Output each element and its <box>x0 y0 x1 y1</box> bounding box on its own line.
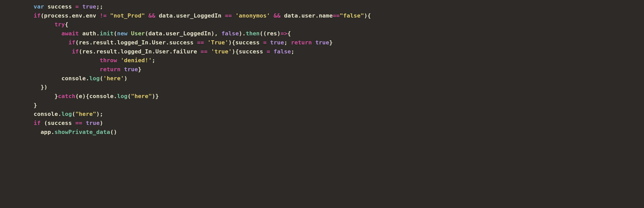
code-token <box>128 30 131 37</box>
code-token: var <box>34 3 48 10</box>
code-token: try <box>55 21 65 28</box>
code-token: "not_Prod" <box>110 12 145 19</box>
code-token: ) <box>100 120 103 126</box>
code-token: false <box>274 48 291 55</box>
code-token: ( <box>79 48 82 55</box>
code-token: 'denied!' <box>121 57 152 63</box>
code-token: if <box>34 12 41 19</box>
code-token: ; <box>284 39 291 46</box>
code-token: ( <box>75 39 79 46</box>
code-token: 'here' <box>103 75 124 82</box>
code-token: result <box>93 39 114 46</box>
code-token: true <box>82 3 96 10</box>
code-token: User <box>131 30 145 37</box>
code-token: = <box>75 3 79 10</box>
code-token: ). <box>239 30 246 37</box>
code-token: . <box>166 39 169 46</box>
code-token: ( <box>100 75 103 82</box>
code-token <box>34 39 68 46</box>
code-token: true <box>86 120 100 126</box>
code-token: && <box>274 12 281 19</box>
code-token: . <box>82 12 86 19</box>
code-token: != <box>100 12 107 19</box>
code-token: success <box>169 39 197 46</box>
code-content: var success = true;; if(process.env.env … <box>34 3 371 135</box>
code-token <box>270 48 273 55</box>
code-token: . <box>148 39 152 46</box>
code-token: then <box>246 30 260 37</box>
code-token: == <box>75 120 82 126</box>
code-token: ; <box>291 48 294 55</box>
code-token: ) <box>277 30 280 37</box>
code-token: . <box>114 39 117 46</box>
code-token: . <box>169 48 173 55</box>
code-token: true <box>124 66 138 73</box>
code-token: }) <box>34 84 48 90</box>
code-token: log <box>62 111 72 117</box>
code-token: } <box>329 39 333 46</box>
code-token: . <box>93 48 96 55</box>
code-token: return <box>100 66 121 73</box>
code-token: ); <box>96 111 103 117</box>
code-token: User <box>152 39 166 46</box>
code-token: ( <box>41 12 44 19</box>
code-token: == <box>200 48 207 55</box>
code-token: success <box>48 120 76 126</box>
code-block: var success = true;; if(process.env.env … <box>0 0 644 143</box>
code-token: ; <box>152 57 155 63</box>
code-token: { <box>65 21 68 28</box>
code-token: success <box>48 3 76 10</box>
code-token: } <box>138 66 141 73</box>
code-token <box>34 48 72 55</box>
code-token: ), <box>211 30 221 37</box>
code-token: logged_In <box>117 39 148 46</box>
code-token: . <box>162 30 166 37</box>
code-token: logged_In <box>121 48 152 55</box>
code-token <box>107 12 110 19</box>
code-token: . <box>117 48 121 55</box>
code-token: } <box>55 93 58 99</box>
code-token: . <box>96 30 100 37</box>
code-token: false <box>221 30 239 37</box>
code-token: . <box>298 12 301 19</box>
code-token: success <box>235 39 263 46</box>
code-token: ( <box>128 93 131 99</box>
code-token: 'anonymos' <box>235 12 270 19</box>
code-token: return <box>291 39 312 46</box>
code-token <box>270 12 273 19</box>
code-token: res <box>82 48 93 55</box>
code-token: { <box>288 30 291 37</box>
code-token <box>34 57 100 63</box>
code-token <box>267 39 270 46</box>
code-token: app <box>34 129 51 135</box>
code-token: User <box>155 48 169 55</box>
code-token: )} <box>152 93 159 99</box>
code-token: ( <box>114 30 117 37</box>
code-token: true <box>315 39 329 46</box>
code-token: if <box>68 39 75 46</box>
code-token: console <box>34 75 86 82</box>
code-token: env <box>72 12 82 19</box>
code-token <box>207 48 211 55</box>
code-token <box>121 66 124 73</box>
code-token: . <box>68 12 72 19</box>
code-token: console <box>89 93 114 99</box>
code-token: env <box>86 12 100 19</box>
code-token: . <box>114 93 117 99</box>
code-token: success <box>239 48 267 55</box>
code-token: . <box>86 75 89 82</box>
code-token: (( <box>260 30 267 37</box>
code-token <box>34 21 55 28</box>
code-token: 'true' <box>211 48 232 55</box>
code-token <box>204 39 207 46</box>
code-token: res <box>79 39 89 46</box>
code-token <box>41 120 44 126</box>
code-token: "false" <box>340 12 364 19</box>
code-token: ){ <box>228 39 235 46</box>
code-token: result <box>96 48 117 55</box>
code-token <box>82 120 86 126</box>
code-token: user_LoggedIn <box>176 12 225 19</box>
code-token: () <box>110 129 117 135</box>
code-token <box>34 30 62 37</box>
code-token: data <box>281 12 298 19</box>
